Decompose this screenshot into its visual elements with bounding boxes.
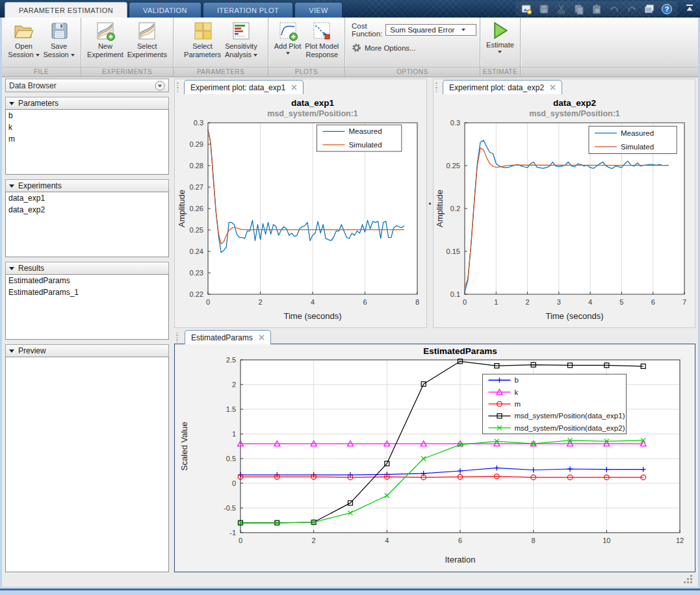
data-browser-panel: Data Browser Parameters b k m Experiment… [5, 79, 169, 572]
main-content: Data Browser Parameters b k m Experiment… [2, 77, 698, 587]
open-session-button[interactable]: OpenSession [6, 19, 41, 59]
preview-box [5, 357, 169, 572]
add-plot-button[interactable]: Add Plot [272, 19, 304, 55]
list-item[interactable]: EstimatedParams [6, 275, 168, 286]
save-session-button[interactable]: SaveSession [42, 19, 77, 59]
svg-text:6: 6 [651, 298, 655, 306]
tab-experiment-plot-exp2[interactable]: Experiment plot: data_exp2 [443, 80, 562, 94]
resize-grip[interactable] [683, 574, 693, 584]
svg-text:0: 0 [205, 298, 209, 306]
results-list: EstimatedParams EstimatedParams_1 [5, 274, 169, 340]
tab-parameter-estimation[interactable]: PARAMETER ESTIMATION [5, 2, 127, 18]
select-parameters-button[interactable]: SelectParameters [182, 19, 223, 59]
cut-icon[interactable] [556, 3, 567, 15]
tab-estimated-params[interactable]: EstimatedParams [185, 330, 271, 344]
list-item[interactable]: m [6, 133, 168, 145]
estimated-params-chart: 024681012-1-0.500.511.522.5EstimatedPara… [178, 344, 692, 569]
svg-text:2: 2 [258, 298, 262, 306]
button-label: SensitivityAnalysis [225, 42, 257, 59]
tab-validation[interactable]: VALIDATION [129, 2, 201, 18]
undo-icon[interactable] [608, 3, 620, 15]
tab-experiment-plot-exp1[interactable]: Experiment plot: data_exp1 [184, 80, 304, 94]
quick-access-toolbar: ? [515, 1, 678, 16]
drag-handle[interactable] [435, 82, 437, 92]
export-figure-icon[interactable] [521, 3, 532, 15]
dropdown-arrow [71, 54, 75, 57]
collapse-triangle-icon [9, 267, 14, 270]
section-label: Results [18, 264, 44, 273]
sensitivity-analysis-button[interactable]: SensitivityAnalysis [223, 19, 259, 59]
section-header-results[interactable]: Results [5, 262, 169, 275]
collapse-ribbon-icon[interactable] [684, 3, 695, 13]
panel-splitter[interactable] [427, 79, 433, 328]
ribbon-toolstrip: OpenSession SaveSession FILE NewExperime… [2, 18, 698, 77]
estimated-params-plot-box: 024681012-1-0.500.511.522.5EstimatedPara… [174, 344, 695, 572]
group-label-estimate: ESTIMATE [480, 67, 520, 77]
drag-handle[interactable] [177, 82, 179, 92]
experiment-plot-panel-exp1: Experiment plot: data_exp1 024680.220.23… [174, 79, 427, 328]
svg-text:Time (seconds): Time (seconds) [283, 311, 341, 321]
add-plot-icon [277, 21, 299, 42]
data-browser-menu-button[interactable] [155, 81, 165, 91]
svg-text:msd_system/Position(data_exp1): msd_system/Position(data_exp1) [514, 412, 625, 420]
section-header-preview[interactable]: Preview [5, 344, 169, 357]
button-label: SelectParameters [184, 42, 221, 59]
panel-tabbar: EstimatedParams [174, 329, 695, 344]
select-parameters-icon [192, 21, 214, 42]
dropdown-arrow [36, 54, 40, 57]
plot-model-response-button[interactable]: Plot ModelResponse [303, 19, 341, 59]
section-label: Experiments [18, 181, 62, 190]
list-item[interactable]: data_exp2 [6, 204, 168, 216]
estimate-button[interactable]: Estimate [484, 19, 516, 53]
svg-text:0.3: 0.3 [450, 119, 460, 127]
list-item[interactable]: b [6, 110, 168, 121]
dropdown-arrow [461, 29, 465, 31]
plot-model-response-icon [311, 21, 333, 42]
svg-text:5: 5 [619, 298, 623, 306]
group-label-parameters: PARAMETERS [174, 67, 268, 77]
layout-windows-icon[interactable] [643, 3, 655, 15]
section-header-experiments[interactable]: Experiments [5, 179, 169, 192]
svg-text:0.22: 0.22 [189, 290, 203, 298]
svg-text:2.5: 2.5 [226, 356, 236, 364]
help-icon[interactable]: ? [661, 3, 673, 15]
more-options-button[interactable]: More Options... [352, 43, 416, 53]
parameters-list: b k m [5, 109, 169, 175]
list-item[interactable]: EstimatedParams_1 [6, 286, 168, 298]
save-icon[interactable] [538, 3, 550, 15]
copy-icon[interactable] [573, 3, 585, 15]
tab-label: VIEW [309, 6, 328, 14]
select-experiments-icon [136, 21, 158, 42]
list-item[interactable]: k [6, 121, 168, 133]
paste-icon[interactable] [591, 3, 603, 15]
tab-label: ITERATION PLOT [217, 6, 279, 14]
ribbon-group-options: Cost Function: Sum Squared Error More Op… [345, 18, 480, 77]
close-icon[interactable] [291, 84, 297, 90]
svg-text:Amplitude: Amplitude [435, 190, 445, 227]
sensitivity-analysis-icon [230, 21, 252, 42]
collapse-triangle-icon [9, 102, 14, 105]
cost-function-dropdown[interactable]: Sum Squared Error [385, 24, 476, 36]
svg-text:1: 1 [232, 430, 236, 438]
dropdown-arrow [498, 51, 502, 53]
section-header-parameters[interactable]: Parameters [5, 97, 169, 110]
panel-tab-label: EstimatedParams [191, 333, 253, 342]
close-icon[interactable] [259, 335, 265, 340]
tab-iteration-plot[interactable]: ITERATION PLOT [203, 2, 293, 18]
new-experiment-button[interactable]: NewExperiment [85, 19, 125, 59]
redo-icon[interactable] [626, 3, 638, 15]
svg-text:7: 7 [682, 298, 686, 306]
close-icon[interactable] [550, 84, 556, 90]
ribbon-group-file: OpenSession SaveSession FILE [2, 18, 81, 77]
plots-area: Experiment plot: data_exp1 024680.220.23… [174, 79, 695, 572]
ribbon-group-estimate: Estimate ESTIMATE [480, 18, 521, 77]
select-experiments-button[interactable]: SelectExperiments [125, 19, 169, 59]
list-item[interactable]: data_exp1 [6, 192, 168, 204]
drag-handle[interactable] [176, 333, 178, 342]
svg-text:k: k [514, 388, 518, 396]
svg-text:8: 8 [532, 537, 536, 544]
tab-view[interactable]: VIEW [294, 2, 343, 18]
svg-text:0: 0 [239, 537, 242, 544]
button-label: NewExperiment [87, 42, 123, 59]
svg-text:0.29: 0.29 [189, 140, 203, 148]
